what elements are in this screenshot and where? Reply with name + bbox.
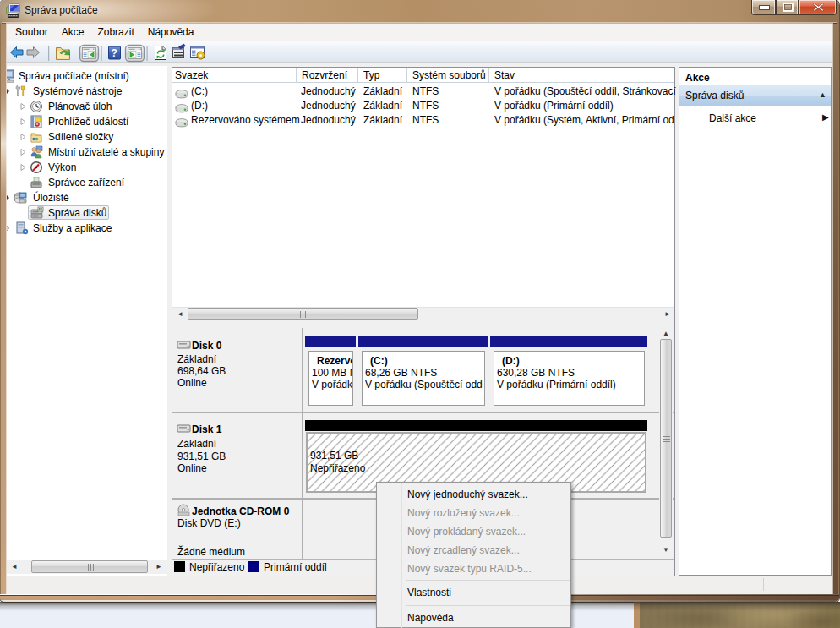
svg-text:?: ?: [111, 47, 117, 59]
